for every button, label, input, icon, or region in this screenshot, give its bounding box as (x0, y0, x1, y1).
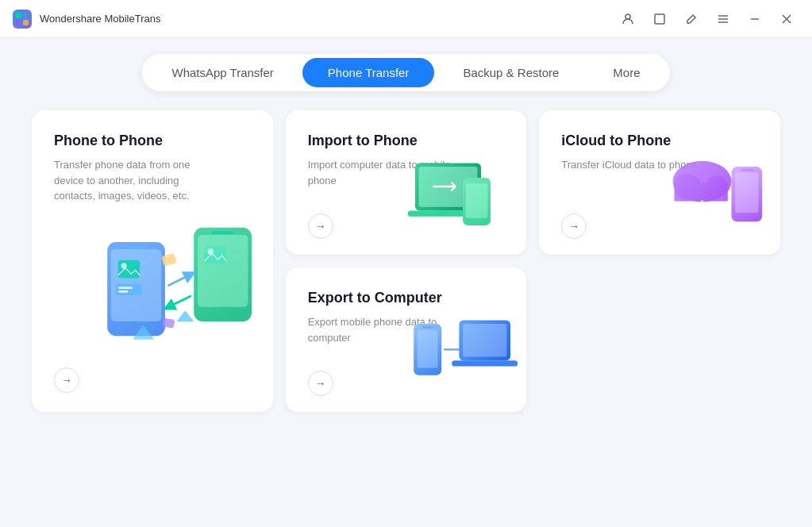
card-import-to-phone[interactable]: Import to Phone Import computer data to … (286, 110, 527, 255)
minimize-button[interactable] (742, 6, 768, 32)
card-title-phone-to-phone: Phone to Phone (54, 133, 251, 149)
svg-rect-31 (735, 172, 759, 213)
svg-rect-13 (118, 290, 129, 293)
svg-rect-0 (16, 13, 21, 18)
svg-rect-25 (466, 183, 488, 217)
card-desc-phone-to-phone: Transfer phone data from one device to a… (54, 157, 213, 204)
nav-container: WhatsApp Transfer Phone Transfer Backup … (0, 38, 812, 110)
app-title: Wondershare MobileTrans (40, 13, 160, 25)
import-illustration (407, 148, 518, 247)
title-bar-right (615, 6, 799, 32)
account-button[interactable] (615, 6, 641, 32)
svg-rect-1 (23, 13, 29, 18)
card-icloud-to-phone[interactable]: iCloud to Phone Transfer iCloud data to … (539, 110, 780, 255)
title-bar-left: Wondershare MobileTrans (13, 10, 160, 29)
edit-button[interactable] (679, 6, 704, 32)
app-icon (13, 10, 32, 29)
svg-point-4 (625, 14, 630, 19)
tab-phone[interactable]: Phone Transfer (302, 58, 435, 87)
svg-rect-8 (125, 246, 147, 249)
card-arrow-icloud[interactable]: → (561, 213, 587, 239)
svg-rect-9 (118, 260, 140, 279)
svg-rect-12 (118, 287, 133, 289)
title-bar: Wondershare MobileTrans (0, 0, 812, 38)
nav-tabs: WhatsApp Transfer Phone Transfer Backup … (142, 54, 669, 91)
svg-rect-29 (674, 183, 727, 201)
svg-rect-35 (422, 326, 434, 329)
card-title-icloud: iCloud to Phone (561, 133, 758, 149)
card-phone-to-phone[interactable]: Phone to Phone Transfer phone data from … (32, 110, 273, 412)
card-arrow-import[interactable]: → (308, 213, 333, 239)
svg-rect-16 (212, 231, 233, 234)
svg-rect-32 (741, 169, 754, 171)
card-export-to-computer[interactable]: Export to Computer Export mobile phone d… (286, 267, 527, 412)
main-content: WhatsApp Transfer Phone Transfer Backup … (0, 38, 812, 527)
cards-grid: Phone to Phone Transfer phone data from … (0, 110, 812, 431)
card-title-export: Export to Computer (308, 290, 505, 306)
card-arrow-export[interactable]: → (308, 371, 333, 396)
tab-more[interactable]: More (587, 58, 665, 87)
svg-rect-3 (23, 20, 29, 25)
menu-button[interactable] (710, 6, 736, 32)
phone-to-phone-illustration (100, 202, 205, 364)
close-button[interactable] (774, 6, 799, 32)
svg-rect-37 (463, 324, 506, 357)
svg-rect-17 (205, 246, 226, 264)
window-button[interactable] (647, 6, 672, 32)
svg-rect-11 (116, 284, 142, 296)
export-illustration (407, 306, 518, 404)
card-title-import: Import to Phone (308, 133, 505, 149)
svg-rect-2 (16, 20, 21, 25)
icloud-illustration (661, 148, 772, 247)
svg-rect-5 (655, 14, 664, 24)
tab-whatsapp[interactable]: WhatsApp Transfer (146, 58, 298, 87)
tab-backup[interactable]: Backup & Restore (437, 58, 584, 87)
svg-rect-34 (418, 329, 438, 367)
svg-rect-38 (452, 360, 518, 366)
card-arrow-phone-to-phone[interactable]: → (54, 367, 79, 393)
svg-rect-15 (198, 235, 248, 307)
